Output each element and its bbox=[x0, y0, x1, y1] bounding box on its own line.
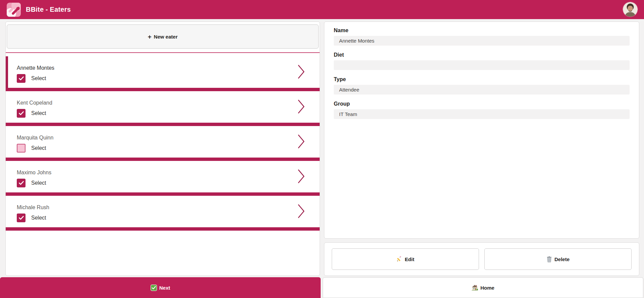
detail-actions-panel: Edit Delete bbox=[324, 242, 639, 276]
user-avatar[interactable] bbox=[623, 2, 638, 17]
item-separator-bar bbox=[6, 158, 320, 161]
chevron-right-icon[interactable] bbox=[298, 204, 305, 219]
select-checkbox[interactable] bbox=[17, 214, 25, 222]
select-label: Select bbox=[31, 145, 46, 151]
house-icon bbox=[472, 285, 478, 291]
green-check-icon bbox=[151, 285, 157, 291]
next-label: Next bbox=[159, 285, 170, 291]
select-checkbox[interactable] bbox=[17, 144, 25, 153]
diet-field-label: Diet bbox=[334, 52, 630, 58]
select-checkbox[interactable] bbox=[17, 179, 25, 187]
select-label: Select bbox=[31, 75, 46, 81]
eater-list-item[interactable]: Kent Copeland Select bbox=[6, 91, 320, 126]
checkmark-icon bbox=[19, 216, 24, 220]
eater-list-item[interactable]: Marquita Quinn Select bbox=[6, 126, 320, 161]
chevron-right-icon[interactable] bbox=[298, 99, 305, 114]
eater-name: Kent Copeland bbox=[17, 100, 320, 106]
next-button[interactable]: Next bbox=[0, 277, 321, 298]
select-label: Select bbox=[31, 180, 46, 186]
list-separator bbox=[6, 52, 320, 53]
select-checkbox[interactable] bbox=[17, 74, 25, 83]
eater-name: Marquita Quinn bbox=[17, 135, 320, 141]
home-button[interactable]: Home bbox=[323, 277, 643, 298]
home-label: Home bbox=[480, 285, 494, 291]
edit-button[interactable]: Edit bbox=[332, 248, 479, 270]
eater-name: Maximo Johns bbox=[17, 170, 320, 176]
eater-list-panel: + New eater Annette Montes Select Kent C… bbox=[5, 21, 320, 276]
page-title: BBite - Eaters bbox=[26, 6, 71, 13]
new-eater-button[interactable]: + New eater bbox=[7, 24, 319, 49]
name-field-value: Annette Montes bbox=[334, 36, 630, 46]
item-separator-bar bbox=[6, 227, 320, 231]
chevron-right-icon[interactable] bbox=[298, 134, 305, 149]
type-field-value: Attendee bbox=[334, 85, 630, 95]
eater-detail-panel: Name Annette Montes Diet Type Attendee G… bbox=[324, 21, 639, 239]
select-label: Select bbox=[31, 110, 46, 116]
eater-list: Annette Montes Select Kent Copeland Sele… bbox=[6, 56, 320, 231]
plus-icon: + bbox=[148, 34, 152, 40]
checkmark-icon bbox=[19, 111, 24, 115]
trash-icon bbox=[546, 256, 552, 262]
eater-list-item[interactable]: Maximo Johns Select bbox=[6, 161, 320, 196]
eater-name: Annette Montes bbox=[17, 65, 320, 71]
chevron-right-icon[interactable] bbox=[298, 169, 305, 184]
app-header: BBite - Eaters bbox=[0, 0, 644, 19]
delete-button[interactable]: Delete bbox=[484, 248, 632, 270]
diet-field-value bbox=[334, 60, 630, 70]
group-field-value: IT Team bbox=[334, 109, 630, 119]
eater-name: Michale Rush bbox=[17, 204, 320, 211]
eater-list-item[interactable]: Michale Rush Select bbox=[6, 196, 320, 231]
name-field-label: Name bbox=[334, 27, 630, 34]
select-label: Select bbox=[31, 215, 46, 221]
item-separator-bar bbox=[6, 88, 320, 91]
app-logo-fork-knife-icon bbox=[7, 3, 21, 17]
selected-indicator-strip bbox=[6, 56, 8, 88]
type-field-label: Type bbox=[334, 76, 630, 83]
item-separator-bar bbox=[6, 192, 320, 196]
pencil-icon bbox=[396, 256, 402, 262]
app-screen: BBite - Eaters + New eater An bbox=[0, 0, 644, 298]
chevron-right-icon[interactable] bbox=[298, 64, 305, 79]
checkmark-icon bbox=[19, 76, 24, 80]
select-checkbox[interactable] bbox=[17, 109, 25, 118]
group-field-label: Group bbox=[334, 101, 630, 107]
item-separator-bar bbox=[6, 123, 320, 126]
eater-list-item[interactable]: Annette Montes Select bbox=[6, 56, 320, 91]
new-eater-label: New eater bbox=[154, 34, 178, 40]
edit-label: Edit bbox=[405, 256, 414, 262]
checkmark-icon bbox=[19, 181, 24, 185]
delete-label: Delete bbox=[554, 256, 570, 262]
